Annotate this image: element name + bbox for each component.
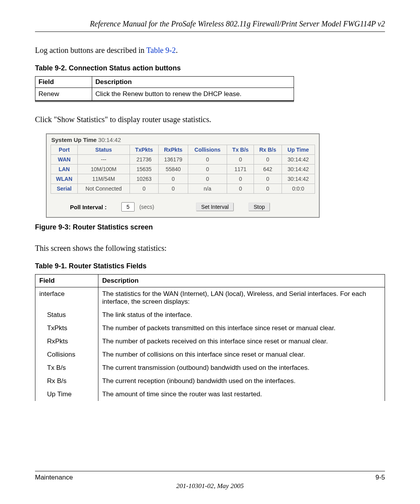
stats-cell-tx: 0	[130, 184, 158, 194]
stats-cell-rxb: 0	[254, 174, 282, 184]
table-91-head-desc: Description	[98, 275, 385, 287]
stats-table: Port Status TxPkts RxPkts Collisions Tx …	[51, 145, 315, 194]
table-92: Field Description Renew Click the Renew …	[35, 76, 294, 101]
table-row: interfaceThe statistics for the WAN (Int…	[35, 287, 385, 309]
table-row: CollisionsThe number of collisions on th…	[35, 348, 385, 361]
stop-button[interactable]: Stop	[248, 203, 270, 211]
stats-cell-txb: 1171	[227, 164, 254, 174]
header-rule	[35, 32, 385, 32]
stats-cell-rxb: 642	[254, 164, 282, 174]
table-row: Rx B/sThe current reception (inbound) ba…	[35, 374, 385, 388]
table-91-head-field: Field	[35, 275, 98, 287]
table-92-head-desc: Description	[92, 77, 294, 88]
t91-desc: The link status of the interface.	[98, 308, 385, 322]
stats-cell-port: WLAN	[51, 174, 78, 184]
table-row: RxPktsThe number of packets received on …	[35, 335, 385, 348]
t91-field: interface	[35, 287, 98, 309]
sys-up-label: System Up Time	[51, 136, 98, 143]
footer-left: Maintenance	[35, 474, 73, 481]
set-interval-button[interactable]: Set Interval	[196, 203, 234, 211]
stats-head-up: Up Time	[282, 145, 315, 155]
t91-desc: The number of packets received on this i…	[98, 335, 385, 348]
sys-up-value: 30:14:42	[98, 136, 121, 143]
stats-cell-rx: 136179	[158, 155, 188, 164]
stats-cell-rxb: 0	[254, 184, 282, 194]
footer-right: 9-5	[375, 474, 385, 481]
page-footer: Maintenance 9-5 201-10301-02, May 2005	[35, 468, 385, 490]
t91-field: Rx B/s	[35, 374, 98, 388]
table-row: StatusThe link status of the interface.	[35, 308, 385, 322]
stats-cell-col: 0	[188, 174, 227, 184]
footer-rule	[35, 471, 385, 471]
click-stats-text: Click "Show Statistics" to display route…	[35, 115, 385, 124]
t91-desc: The number of packets transmitted on thi…	[98, 322, 385, 335]
stats-screenshot: System Up Time 30:14:42 Port Status TxPk…	[46, 133, 320, 218]
stats-intro: This screen shows the following statisti…	[35, 244, 385, 253]
stats-cell-txb: 0	[227, 184, 254, 194]
table-row: Up TimeThe amount of time since the rout…	[35, 388, 385, 401]
table-row: TxPktsThe number of packets transmitted …	[35, 322, 385, 335]
stats-head-tx: TxPkts	[130, 145, 158, 155]
stats-cell-rx: 55840	[158, 164, 188, 174]
stats-cell-up: 30:14:42	[282, 155, 315, 164]
stats-cell-status: Not Connected	[78, 184, 130, 194]
table-92-desc: Click the Renew button to renew the DHCP…	[92, 88, 294, 101]
stats-cell-up: 30:14:42	[282, 174, 315, 184]
t91-desc: The number of collisions on this interfa…	[98, 348, 385, 361]
stats-cell-port: LAN	[51, 164, 78, 174]
table-row: Tx B/sThe current transmission (outbound…	[35, 361, 385, 374]
intro-pre: Log action buttons are described in	[35, 46, 146, 54]
table-92-head-field: Field	[35, 77, 92, 88]
page-header: Reference Manual for the ProSafe Wireles…	[35, 19, 385, 28]
stats-head-col: Collisions	[188, 145, 227, 155]
stats-head-txb: Tx B/s	[227, 145, 254, 155]
table-92-field: Renew	[35, 88, 92, 101]
t91-desc: The current reception (inbound) bandwidt…	[98, 374, 385, 388]
table-91-caption: Table 9-1. Router Statistics Fields	[35, 262, 385, 270]
secs-label: (secs)	[139, 204, 154, 210]
poll-interval-label: Poll Interval :	[70, 204, 107, 210]
system-up-time: System Up Time 30:14:42	[51, 136, 315, 143]
table-92-rule	[35, 101, 294, 102]
stats-head-rxb: Rx B/s	[254, 145, 282, 155]
table-row: Renew Click the Renew button to renew th…	[35, 88, 294, 101]
t91-field: Tx B/s	[35, 361, 98, 374]
stats-cell-status: 10M/100M	[78, 164, 130, 174]
stats-head-rx: RxPkts	[158, 145, 188, 155]
stats-cell-tx: 15635	[130, 164, 158, 174]
t91-field: TxPkts	[35, 322, 98, 335]
stats-cell-tx: 21736	[130, 155, 158, 164]
stats-cell-col: n/a	[188, 184, 227, 194]
table-row: WLAN11M/54M10263000030:14:42	[51, 174, 315, 184]
stats-cell-up: 30:14:42	[282, 164, 315, 174]
table-link[interactable]: Table 9-2	[146, 46, 176, 54]
t91-desc: The amount of time since the router was …	[98, 388, 385, 401]
intro-paragraph: Log action buttons are described in Tabl…	[35, 46, 385, 55]
stats-cell-txb: 0	[227, 174, 254, 184]
t91-field: Status	[35, 308, 98, 322]
table-91: Field Description interfaceThe statistic…	[35, 274, 385, 401]
figure-caption: Figure 9-3: Router Statistics screen	[35, 223, 385, 231]
footer-sub: 201-10301-02, May 2005	[35, 482, 385, 490]
t91-desc: The current transmission (outbound) band…	[98, 361, 385, 374]
stats-cell-rxb: 0	[254, 155, 282, 164]
stats-head-port: Port	[51, 145, 78, 155]
stats-cell-port: Serial	[51, 184, 78, 194]
intro-post: .	[176, 46, 178, 54]
stats-cell-col: 0	[188, 155, 227, 164]
stats-cell-tx: 10263	[130, 174, 158, 184]
stats-head-status: Status	[78, 145, 130, 155]
stats-cell-port: WAN	[51, 155, 78, 164]
stats-cell-rx: 0	[158, 184, 188, 194]
t91-field: RxPkts	[35, 335, 98, 348]
stats-cell-status: ---	[78, 155, 130, 164]
stats-cell-col: 0	[188, 164, 227, 174]
t91-field: Collisions	[35, 348, 98, 361]
t91-field: Up Time	[35, 388, 98, 401]
poll-interval-input[interactable]	[121, 202, 135, 212]
table-row: WAN---2173613617900030:14:42	[51, 155, 315, 164]
table-row: LAN10M/100M15635558400117164230:14:42	[51, 164, 315, 174]
stats-cell-rx: 0	[158, 174, 188, 184]
t91-desc: The statistics for the WAN (Internet), L…	[98, 287, 385, 309]
stats-cell-status: 11M/54M	[78, 174, 130, 184]
